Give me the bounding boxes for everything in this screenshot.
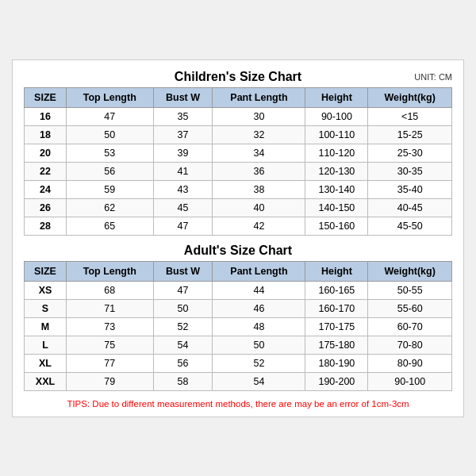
table-cell: L — [25, 336, 67, 354]
table-row: 20533934110-12025-30 — [25, 144, 452, 162]
table-cell: 38 — [213, 180, 305, 198]
table-cell: 180-190 — [305, 354, 368, 372]
table-cell: 37 — [153, 125, 213, 144]
table-cell: XS — [25, 281, 67, 299]
table-cell: 140-150 — [305, 198, 368, 217]
table-row: M735248170-17560-70 — [25, 317, 452, 336]
table-cell: 55-60 — [368, 299, 452, 317]
table-cell: 26 — [25, 198, 67, 217]
table-cell: 90-100 — [305, 107, 368, 125]
table-cell: 58 — [153, 372, 213, 390]
table-cell: 120-130 — [305, 162, 368, 180]
table-cell: 34 — [213, 144, 305, 162]
table-cell: 80-90 — [368, 354, 452, 372]
chart-container: Children's Size Chart UNIT: CM SIZE Top … — [12, 60, 464, 417]
table-cell: 62 — [66, 198, 153, 217]
table-cell: 47 — [66, 107, 153, 125]
table-cell: 79 — [66, 372, 153, 390]
table-cell: 47 — [153, 281, 213, 299]
table-cell: 47 — [153, 217, 213, 235]
table-row: 24594338130-14035-40 — [25, 180, 452, 198]
table-cell: 45-50 — [368, 217, 452, 235]
table-cell: 36 — [213, 162, 305, 180]
table-row: XXL795854190-20090-100 — [25, 372, 452, 390]
adults-col-pant-length: Pant Length — [213, 261, 305, 281]
table-cell: 59 — [66, 180, 153, 198]
table-cell: 35-40 — [368, 180, 452, 198]
table-cell: 20 — [25, 144, 67, 162]
table-cell: 42 — [213, 217, 305, 235]
children-tbody: 1647353090-100<1518503732100-11015-25205… — [25, 107, 452, 235]
table-cell: 30-35 — [368, 162, 452, 180]
table-cell: XL — [25, 354, 67, 372]
table-cell: 40-45 — [368, 198, 452, 217]
table-row: 18503732100-11015-25 — [25, 125, 452, 144]
table-cell: 22 — [25, 162, 67, 180]
children-header-row: SIZE Top Length Bust W Pant Length Heigh… — [25, 87, 452, 107]
table-row: 26624540140-15040-45 — [25, 198, 452, 217]
children-thead: SIZE Top Length Bust W Pant Length Heigh… — [25, 87, 452, 107]
table-cell: 50 — [66, 125, 153, 144]
children-title-row: Children's Size Chart UNIT: CM — [24, 70, 452, 84]
table-cell: 150-160 — [305, 217, 368, 235]
table-cell: 18 — [25, 125, 67, 144]
table-cell: M — [25, 317, 67, 336]
adults-header-row: SIZE Top Length Bust W Pant Length Heigh… — [25, 261, 452, 281]
table-cell: 56 — [153, 354, 213, 372]
adults-table: SIZE Top Length Bust W Pant Length Heigh… — [24, 261, 452, 391]
table-cell: 65 — [66, 217, 153, 235]
children-col-size: SIZE — [25, 87, 67, 107]
table-cell: 50 — [213, 336, 305, 354]
table-cell: 16 — [25, 107, 67, 125]
table-cell: 54 — [153, 336, 213, 354]
children-title: Children's Size Chart — [175, 70, 301, 84]
table-row: S715046160-17055-60 — [25, 299, 452, 317]
table-cell: 53 — [66, 144, 153, 162]
table-cell: 32 — [213, 125, 305, 144]
table-row: 1647353090-100<15 — [25, 107, 452, 125]
table-cell: 39 — [153, 144, 213, 162]
table-cell: 190-200 — [305, 372, 368, 390]
table-cell: 25-30 — [368, 144, 452, 162]
table-row: L755450175-18070-80 — [25, 336, 452, 354]
table-cell: 77 — [66, 354, 153, 372]
table-cell: 175-180 — [305, 336, 368, 354]
adults-title: Adult's Size Chart — [184, 244, 292, 258]
table-cell: <15 — [368, 107, 452, 125]
table-cell: 110-120 — [305, 144, 368, 162]
unit-label: UNIT: CM — [414, 72, 452, 82]
table-cell: 56 — [66, 162, 153, 180]
table-cell: 15-25 — [368, 125, 452, 144]
table-cell: 71 — [66, 299, 153, 317]
table-cell: 70-80 — [368, 336, 452, 354]
table-cell: 73 — [66, 317, 153, 336]
table-cell: 90-100 — [368, 372, 452, 390]
table-cell: 41 — [153, 162, 213, 180]
table-cell: 28 — [25, 217, 67, 235]
table-cell: 50 — [153, 299, 213, 317]
table-row: 28654742150-16045-50 — [25, 217, 452, 235]
table-cell: 46 — [213, 299, 305, 317]
table-cell: 130-140 — [305, 180, 368, 198]
table-row: XS684744160-16550-55 — [25, 281, 452, 299]
table-cell: 40 — [213, 198, 305, 217]
adults-title-row: Adult's Size Chart — [24, 244, 452, 258]
table-cell: 54 — [213, 372, 305, 390]
table-cell: 35 — [153, 107, 213, 125]
table-cell: 160-165 — [305, 281, 368, 299]
adults-col-top-length: Top Length — [66, 261, 153, 281]
table-cell: 48 — [213, 317, 305, 336]
table-row: 22564136120-13030-35 — [25, 162, 452, 180]
table-cell: 24 — [25, 180, 67, 198]
adults-col-bust-w: Bust W — [153, 261, 213, 281]
table-cell: 60-70 — [368, 317, 452, 336]
table-cell: 44 — [213, 281, 305, 299]
table-cell: 68 — [66, 281, 153, 299]
table-cell: 160-170 — [305, 299, 368, 317]
table-cell: XXL — [25, 372, 67, 390]
table-cell: 45 — [153, 198, 213, 217]
table-cell: 50-55 — [368, 281, 452, 299]
tips-text: TIPS: Due to different measurement metho… — [24, 399, 452, 409]
children-table: SIZE Top Length Bust W Pant Length Heigh… — [24, 87, 452, 236]
table-cell: 100-110 — [305, 125, 368, 144]
